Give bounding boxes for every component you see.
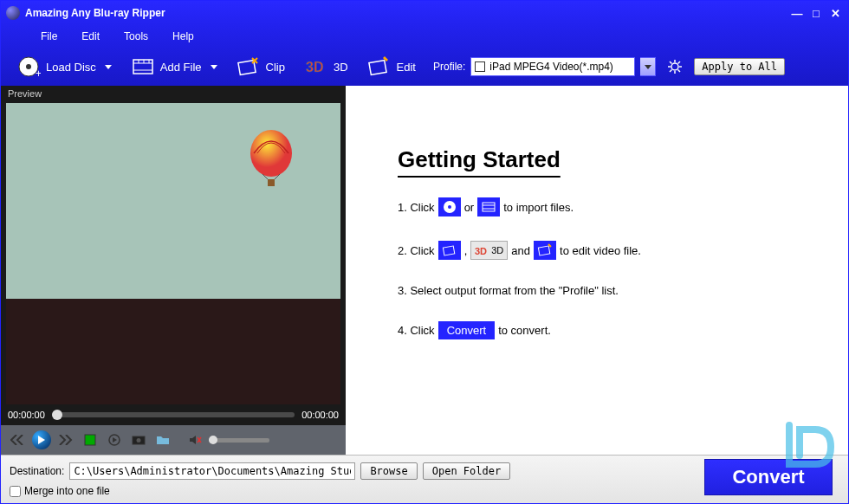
apply-to-all-button[interactable]: Apply to All [694, 58, 785, 75]
step-text: 3. Select output format from the "Profil… [398, 284, 619, 297]
profile-format-icon [475, 61, 485, 72]
volume-control [186, 430, 269, 449]
clip-icon [237, 55, 261, 79]
minimize-button[interactable]: — [789, 7, 805, 19]
bottom-bar: Destination: Browse Open Folder Merge in… [1, 455, 848, 503]
merge-checkbox[interactable] [10, 486, 21, 497]
step-text: , [464, 244, 468, 257]
svg-point-13 [671, 63, 678, 70]
volume-slider[interactable] [209, 438, 269, 443]
three-d-label: 3D [334, 61, 348, 74]
dropdown-arrow-icon [211, 65, 217, 69]
svg-rect-26 [85, 435, 95, 445]
svg-line-20 [670, 70, 672, 73]
profile-select[interactable]: iPad MPEG4 Video(*.mp4) [470, 57, 635, 76]
edit-button[interactable]: Edit [360, 51, 423, 82]
time-row: 00:00:00 00:00:00 [1, 404, 346, 425]
clip-label: Clip [266, 61, 285, 74]
merge-label: Merge into one file [24, 485, 110, 497]
time-total: 00:00:00 [301, 410, 339, 420]
profile-label: Profile: [433, 61, 465, 73]
svg-rect-35 [443, 246, 454, 255]
mute-button[interactable] [186, 430, 205, 449]
svg-rect-12 [368, 61, 386, 75]
preview-label: Preview [1, 86, 346, 103]
step-4: 4. Click Convert to convert. [398, 321, 805, 339]
play-button[interactable] [32, 430, 51, 449]
menu-bar: File Edit Tools Help [1, 25, 848, 48]
snapshot-button[interactable] [129, 430, 148, 449]
three-d-icon: 3D [304, 55, 328, 79]
svg-point-31 [448, 205, 451, 209]
app-logo-icon [6, 6, 20, 20]
svg-point-2 [26, 64, 31, 69]
menu-edit[interactable]: Edit [69, 27, 112, 46]
menu-help[interactable]: Help [160, 27, 206, 46]
menu-file[interactable]: File [29, 27, 69, 46]
time-slider[interactable] [52, 412, 295, 417]
maximize-button[interactable]: □ [808, 7, 824, 19]
main-area: Preview 00:00:00 00:00:00 [1, 86, 848, 455]
dropdown-arrow-icon [105, 65, 112, 69]
svg-text:+: + [36, 68, 41, 79]
edit-label: Edit [397, 61, 416, 74]
svg-rect-4 [133, 60, 152, 74]
browse-button[interactable]: Browse [360, 462, 417, 480]
convert-button[interactable]: Convert [704, 459, 833, 495]
step-3: 3. Select output format from the "Profil… [398, 284, 805, 297]
settings-button[interactable] [666, 58, 684, 75]
window-title: Amazing Any Blu-ray Ripper [25, 7, 165, 19]
disc-icon [438, 197, 461, 216]
svg-rect-37 [538, 246, 549, 255]
film-icon [477, 197, 500, 216]
content-panel: Getting Started 1. Click or to import fi… [346, 86, 848, 455]
film-icon [131, 55, 155, 79]
stop-button[interactable] [81, 430, 100, 449]
step-text: 2. Click [398, 244, 435, 257]
player-controls [1, 425, 346, 455]
step-text: 4. Click [398, 324, 435, 337]
time-current: 00:00:00 [8, 410, 45, 420]
load-disc-button[interactable]: + Load Disc [10, 51, 119, 82]
svg-line-21 [678, 61, 681, 64]
getting-started-heading: Getting Started [398, 146, 805, 173]
folder-button[interactable] [153, 430, 172, 449]
svg-point-22 [250, 130, 292, 177]
step-button[interactable] [105, 430, 124, 449]
svg-rect-23 [268, 179, 275, 186]
clip-icon [438, 241, 461, 260]
three-d-button[interactable]: 3D 3D [297, 51, 355, 82]
open-folder-button[interactable]: Open Folder [423, 462, 510, 480]
edit-icon [367, 55, 392, 79]
next-button[interactable] [56, 430, 75, 449]
preview-panel: Preview 00:00:00 00:00:00 [1, 86, 346, 455]
add-file-button[interactable]: Add File [124, 51, 224, 82]
step-text: and [511, 244, 530, 257]
step-1: 1. Click or to import files. [398, 197, 805, 216]
load-disc-label: Load Disc [46, 61, 96, 74]
disc-icon: + [16, 55, 41, 79]
svg-point-29 [137, 438, 141, 443]
edit-icon [534, 241, 556, 260]
svg-rect-32 [483, 203, 495, 211]
clip-button[interactable]: Clip [230, 51, 292, 82]
convert-inline-label: Convert [438, 321, 496, 339]
svg-line-19 [678, 70, 681, 73]
step-2: 2. Click , 3D3D and to edit video file. [398, 241, 805, 260]
prev-button[interactable] [8, 430, 27, 449]
destination-input[interactable] [69, 462, 355, 480]
step-text: or [464, 201, 475, 214]
profile-value: iPad MPEG4 Video(*.mp4) [489, 61, 613, 73]
balloon-graphic [245, 129, 297, 198]
toolbar: + Load Disc Add File Clip 3D 3D Edit Pro… [1, 48, 848, 86]
step-text: to import files. [503, 201, 574, 214]
destination-label: Destination: [10, 465, 64, 477]
svg-text:3D: 3D [306, 60, 323, 74]
step-text: to edit video file. [560, 244, 641, 257]
step-text: 1. Click [398, 201, 435, 214]
menu-tools[interactable]: Tools [112, 27, 160, 46]
close-button[interactable]: ✕ [827, 7, 843, 19]
step-text: to convert. [498, 324, 551, 337]
three-d-icon: 3D3D [470, 241, 508, 260]
profile-dropdown-button[interactable] [640, 57, 656, 76]
